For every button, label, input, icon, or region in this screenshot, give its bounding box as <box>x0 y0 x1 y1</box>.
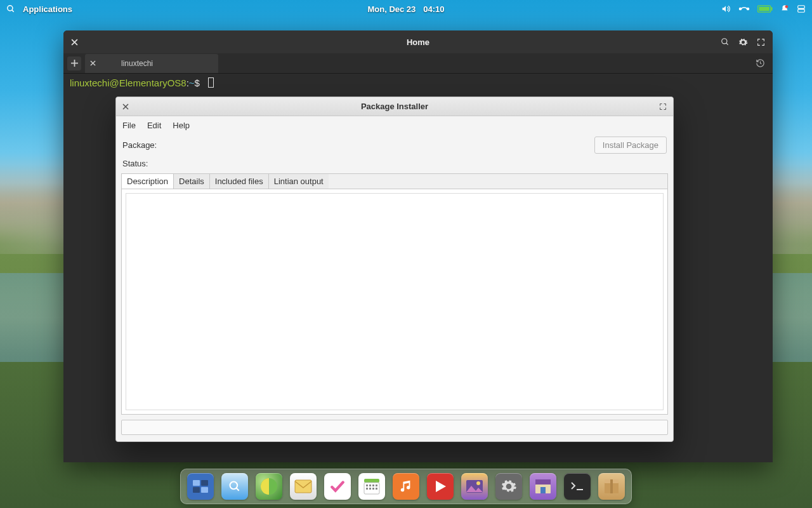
svg-rect-41 <box>535 479 551 485</box>
dock-mail[interactable] <box>290 473 317 500</box>
package-installer-window: Package Installer File Edit Help Package… <box>115 97 674 442</box>
dock-package[interactable] <box>598 473 625 500</box>
svg-rect-37 <box>376 488 377 490</box>
svg-point-39 <box>476 481 480 485</box>
svg-rect-35 <box>369 488 371 490</box>
dock-app-center[interactable] <box>530 473 556 500</box>
terminal-tab-label: linuxtechi <box>121 59 153 68</box>
svg-rect-43 <box>540 487 546 493</box>
svg-rect-46 <box>610 479 613 493</box>
network-icon[interactable] <box>738 4 750 13</box>
terminal-tabs: linuxtechi <box>63 53 773 74</box>
install-package-button[interactable]: Install Package <box>594 137 667 154</box>
svg-rect-23 <box>201 487 208 493</box>
svg-rect-5 <box>759 7 769 11</box>
svg-rect-33 <box>376 485 377 486</box>
dock-music[interactable] <box>393 473 419 500</box>
applications-menu[interactable]: Applications <box>23 4 72 14</box>
dock-tasks[interactable] <box>324 473 351 500</box>
dock-files[interactable] <box>221 473 248 500</box>
svg-rect-30 <box>366 485 368 486</box>
search-icon[interactable] <box>6 4 15 13</box>
svg-rect-28 <box>364 479 379 483</box>
pkg-tabs: Description Details Included files Linti… <box>121 173 668 189</box>
svg-line-13 <box>726 43 728 45</box>
svg-point-7 <box>785 5 789 8</box>
svg-point-24 <box>230 482 238 490</box>
svg-rect-34 <box>366 488 368 490</box>
top-panel: Applications Mon, Dec 23 04:10 <box>0 0 812 18</box>
history-icon[interactable] <box>752 58 769 68</box>
session-icon[interactable] <box>797 4 806 13</box>
panel-date[interactable]: Mon, Dec 23 <box>367 4 416 14</box>
svg-point-12 <box>722 39 727 44</box>
svg-rect-20 <box>193 480 200 486</box>
tab-included-files[interactable]: Included files <box>210 174 269 189</box>
pkg-content-area <box>121 189 668 415</box>
svg-rect-6 <box>771 7 772 11</box>
dock-videos[interactable] <box>427 473 454 500</box>
svg-rect-21 <box>201 480 208 486</box>
dock-terminal[interactable] <box>564 473 591 500</box>
prompt-path: ~ <box>189 77 195 88</box>
close-tab-icon[interactable] <box>90 60 96 66</box>
svg-line-1 <box>12 10 14 12</box>
battery-icon[interactable] <box>757 5 773 13</box>
terminal-cursor <box>208 77 214 88</box>
close-icon[interactable] <box>71 39 78 46</box>
svg-point-0 <box>8 6 13 11</box>
prompt-user: linuxtechi <box>70 77 110 88</box>
tab-description[interactable]: Description <box>121 173 174 189</box>
svg-rect-8 <box>798 6 805 9</box>
terminal-title: Home <box>407 37 429 47</box>
svg-point-3 <box>747 8 749 10</box>
tab-lintian-output[interactable]: Lintian output <box>269 174 329 189</box>
svg-rect-32 <box>372 485 374 486</box>
prompt-at: @ <box>110 77 119 88</box>
maximize-icon[interactable] <box>659 103 667 110</box>
svg-point-2 <box>740 8 742 10</box>
prompt-symbol: $ <box>195 77 200 88</box>
svg-rect-27 <box>295 480 311 493</box>
pkg-title: Package Installer <box>361 102 428 111</box>
menu-edit[interactable]: Edit <box>147 121 161 130</box>
pkg-menubar: File Edit Help <box>116 116 673 134</box>
svg-line-25 <box>237 488 239 491</box>
prompt-host: ElementaryOS8 <box>119 77 187 88</box>
svg-rect-9 <box>798 10 805 13</box>
dock-web-browser[interactable] <box>256 473 282 500</box>
panel-time[interactable]: 04:10 <box>423 4 444 14</box>
notifications-icon[interactable] <box>780 4 789 13</box>
package-label: Package: <box>122 140 157 150</box>
pkg-description-text[interactable] <box>126 193 664 410</box>
dock-settings[interactable] <box>495 473 522 500</box>
pkg-statusbar <box>121 420 668 435</box>
terminal-titlebar[interactable]: Home <box>63 30 773 53</box>
dock-multitasking[interactable] <box>187 473 214 500</box>
dock <box>180 469 632 504</box>
new-tab-button[interactable] <box>67 57 81 70</box>
svg-rect-22 <box>193 487 200 493</box>
close-icon[interactable] <box>122 104 129 110</box>
desktop: Applications Mon, Dec 23 04:10 <box>0 0 812 508</box>
dock-calendar[interactable] <box>358 473 385 500</box>
status-label: Status: <box>122 159 148 168</box>
maximize-icon[interactable] <box>757 38 765 46</box>
pkg-titlebar[interactable]: Package Installer <box>116 97 673 116</box>
search-icon[interactable] <box>721 37 730 46</box>
volume-icon[interactable] <box>721 4 731 13</box>
svg-rect-36 <box>372 488 374 490</box>
gear-icon[interactable] <box>738 37 748 47</box>
menu-help[interactable]: Help <box>173 121 190 130</box>
svg-rect-31 <box>369 485 371 486</box>
tab-details[interactable]: Details <box>174 174 210 189</box>
dock-photos[interactable] <box>461 473 488 500</box>
terminal-tab[interactable]: linuxtechi <box>85 54 218 73</box>
menu-file[interactable]: File <box>122 121 136 130</box>
